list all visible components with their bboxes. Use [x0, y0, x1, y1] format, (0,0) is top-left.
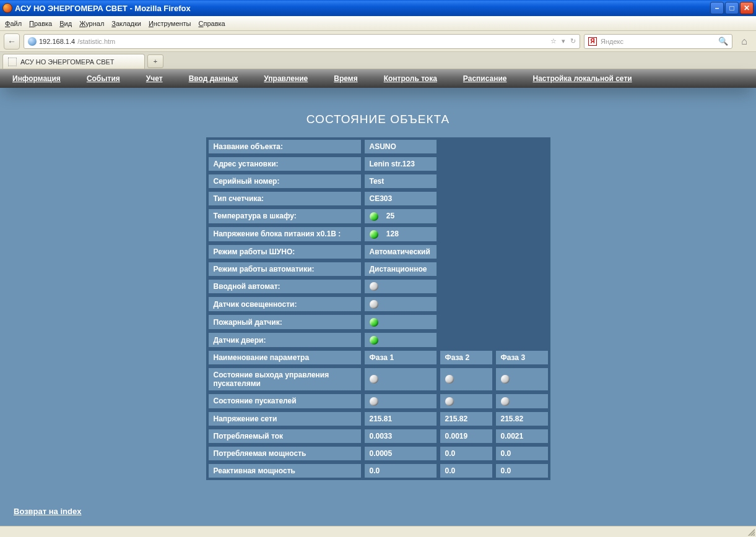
status-led [363, 278, 438, 295]
nav-info[interactable]: Информация [12, 74, 61, 83]
nav-events[interactable]: События [87, 74, 120, 83]
phase-header-2: Фаза 2 [439, 350, 493, 366]
phase-val-3: 215.82 [495, 411, 549, 427]
search-icon[interactable]: 🔍 [718, 37, 728, 46]
led-gray-icon [370, 397, 378, 406]
led-green-icon [370, 336, 378, 345]
phase-val-1: 0.0033 [363, 428, 438, 444]
menu-tools[interactable]: Инструменты [149, 20, 191, 27]
window-close-button[interactable]: ✕ [740, 2, 754, 14]
status-row: Напряжение блока питания х0.1В : 128 [207, 226, 549, 243]
menu-history[interactable]: Журнал [79, 20, 104, 27]
phase-val-1: 0.0005 [363, 445, 438, 462]
home-button[interactable]: ⌂ [736, 33, 752, 49]
nav-schedule[interactable]: Расписание [463, 74, 507, 83]
led-green-icon [370, 212, 378, 221]
bookmark-star-icon[interactable]: ☆ [550, 37, 557, 45]
phase-val-1: 215.81 [363, 411, 438, 427]
status-value: Lenin str.123 [363, 156, 438, 172]
status-row: Температура в шкафу: 25 [207, 208, 549, 225]
status-row: Датчик двери: [207, 332, 549, 348]
phase-row: Потребляемая мощность0.00050.00.0 [207, 445, 549, 462]
status-value: 25 [363, 208, 438, 225]
phase-header-3: Фаза 3 [495, 350, 549, 366]
status-row: Тип счетчика:СЕ303 [207, 191, 549, 207]
status-label: Режим работы автоматики: [207, 261, 362, 277]
status-value: ASUNO [363, 139, 438, 155]
status-row: Режим работы ШУНО:Автоматический [207, 244, 549, 260]
phase-val-1 [363, 393, 438, 410]
tab-strip: АСУ НО ЭНЕРГОМЕРА СВЕТ + [0, 52, 756, 69]
menu-file[interactable]: Файл [5, 20, 22, 27]
back-button[interactable]: ← [4, 33, 20, 49]
phase-row: Потребляемый ток0.00330.00190.0021 [207, 428, 549, 444]
search-bar[interactable]: Я Яндекс 🔍 [584, 34, 732, 49]
nav-input[interactable]: Ввод данных [189, 74, 238, 83]
site-identity-icon [28, 37, 37, 46]
phase-header-row: Наименование параметраФаза 1Фаза 2Фаза 3 [207, 350, 549, 366]
phase-row: Напряжение сети215.81215.82215.82 [207, 411, 549, 427]
menu-bookmarks[interactable]: Закладки [111, 20, 141, 27]
phase-header-1: Фаза 1 [363, 350, 438, 366]
nav-current[interactable]: Контроль тока [384, 74, 437, 83]
phase-val-2: 0.0019 [439, 428, 493, 444]
menu-edit[interactable]: Правка [29, 20, 52, 27]
nav-account[interactable]: Учет [146, 74, 163, 83]
window-title: АСУ НО ЭНЕРГОМЕРА СВЕТ - Mozilla Firefox [15, 4, 191, 13]
phase-val-2: 215.82 [439, 411, 493, 427]
status-led [363, 296, 438, 312]
nav-control[interactable]: Управление [264, 74, 308, 83]
menu-view[interactable]: Вид [59, 20, 72, 27]
status-row: Датчик освещенности: [207, 296, 549, 312]
phase-header-label: Наименование параметра [207, 350, 362, 366]
phase-row: Реактивная мощность0.00.00.0 [207, 463, 549, 479]
status-row: Вводной автомат: [207, 278, 549, 295]
nav-time[interactable]: Время [334, 74, 357, 83]
status-label: Датчик двери: [207, 332, 362, 348]
status-led [363, 314, 438, 330]
led-gray-icon [501, 397, 510, 406]
phase-val-2 [439, 393, 493, 410]
tab-favicon [8, 58, 17, 66]
led-green-icon [370, 230, 378, 239]
status-row: Серийный номер:Test [207, 173, 549, 189]
phase-label: Напряжение сети [207, 411, 362, 427]
status-value: Дистанционное [363, 261, 438, 277]
resize-grip[interactable] [746, 527, 755, 536]
nav-lan[interactable]: Настройка локальной сети [532, 74, 632, 83]
browser-statusbar [0, 526, 756, 537]
led-gray-icon [370, 300, 378, 309]
return-index-link[interactable]: Возврат на index [14, 507, 81, 516]
status-label: Датчик освещенности: [207, 296, 362, 312]
status-label: Вводной автомат: [207, 278, 362, 295]
search-placeholder: Яндекс [601, 38, 623, 45]
browser-menubar: Файл Правка Вид Журнал Закладки Инструме… [0, 16, 756, 31]
status-label: Серийный номер: [207, 173, 362, 189]
status-value: 128 [363, 226, 438, 243]
history-dropdown-icon[interactable]: ▾ [562, 37, 565, 45]
phase-val-1 [363, 367, 438, 392]
menu-help[interactable]: Справка [199, 20, 225, 27]
status-label: Пожарный датчик: [207, 314, 362, 330]
phase-val-3: 0.0 [495, 445, 549, 462]
status-label: Напряжение блока питания х0.1В : [207, 226, 362, 243]
window-minimize-button[interactable]: – [710, 2, 724, 14]
status-label: Режим работы ШУНО: [207, 244, 362, 260]
phase-row: Состояние выхода управления пускателями [207, 367, 549, 392]
phase-val-2 [439, 367, 493, 392]
status-label: Тип счетчика: [207, 191, 362, 207]
phase-label: Реактивная мощность [207, 463, 362, 479]
browser-tab[interactable]: АСУ НО ЭНЕРГОМЕРА СВЕТ [2, 54, 145, 69]
window-maximize-button[interactable]: □ [725, 2, 739, 14]
status-led [363, 332, 438, 348]
phase-row: Состояние пускателей [207, 393, 549, 410]
page-title: СОСТОЯНИЕ ОБЪЕКТА [0, 113, 756, 126]
address-bar[interactable]: 192.168.1.4/statistic.htm ☆ ▾ ↻ [24, 34, 580, 49]
status-value: Test [363, 173, 438, 189]
firefox-icon [2, 3, 12, 13]
new-tab-button[interactable]: + [147, 54, 163, 68]
window-titlebar: АСУ НО ЭНЕРГОМЕРА СВЕТ - Mozilla Firefox… [0, 0, 756, 16]
status-table: Название объекта:ASUNOАдрес установки:Le… [206, 137, 550, 480]
reload-icon[interactable]: ↻ [570, 37, 576, 45]
status-value: СЕ303 [363, 191, 438, 207]
